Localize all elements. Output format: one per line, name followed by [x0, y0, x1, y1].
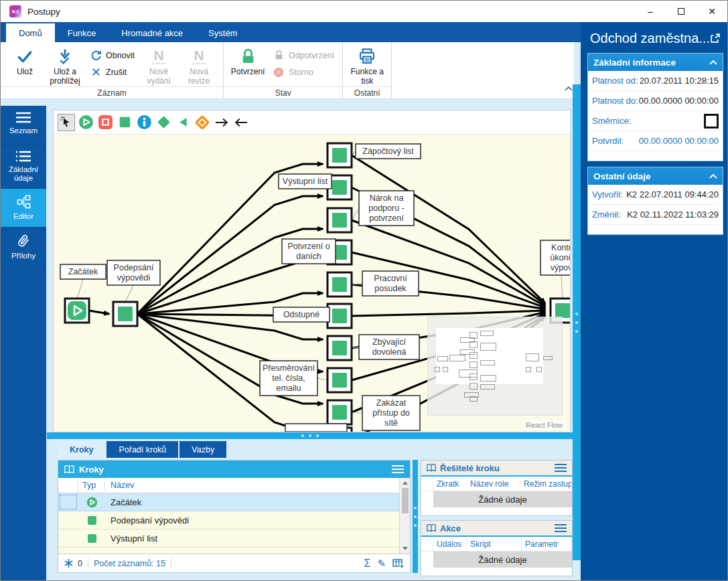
ribbon-button-funkce-a-tisk[interactable]: Funkce a tisk: [347, 45, 387, 86]
column-header-rezim-zastupi[interactable]: Režim zastupi: [520, 477, 572, 491]
flow-edge: [352, 311, 545, 316]
scroll-down-icon[interactable]: [403, 547, 408, 550]
sidebar-item-editor[interactable]: Editor: [1, 189, 46, 228]
flow-minimap[interactable]: [427, 317, 563, 416]
column-header-nazev-role[interactable]: Název role: [467, 477, 520, 491]
ribbon-tab-funkce[interactable]: Funkce: [55, 23, 109, 42]
table-row[interactable]: Začátek: [58, 493, 410, 511]
ribbon-button-potvrzeni[interactable]: Potvrzení: [228, 45, 268, 86]
sidebar-item-zakladni-udaje[interactable]: Základní údaje: [1, 145, 46, 189]
svg-text:Zápočtový list: Zápočtový list: [362, 147, 414, 156]
ribbon-tab-system[interactable]: Systém: [196, 23, 250, 42]
bottom-tab-vazby[interactable]: Vazby: [179, 441, 226, 458]
flow-node-m7[interactable]: [327, 336, 352, 360]
ribbon-tab-hromadne-akce[interactable]: Hromadné akce: [108, 23, 196, 42]
svg-text:Potvrzení o: Potvrzení o: [287, 242, 330, 251]
flow-label-m8: Přesměrovánítel. čísla,emailu: [260, 361, 317, 396]
k2-logo-icon: K2: [9, 5, 21, 17]
panel-splitter[interactable]: [573, 84, 581, 560]
flow-node-start[interactable]: [65, 299, 89, 323]
tool-stop-node[interactable]: [96, 114, 114, 131]
add-record-button[interactable]: [392, 558, 405, 569]
flow-node-m5[interactable]: [327, 272, 352, 297]
resitele-menu-button[interactable]: [554, 463, 567, 473]
chevron-up-icon[interactable]: [709, 174, 717, 179]
flow-label-m3: Nárok napodporu -potvrzení: [359, 191, 414, 226]
lock-green-icon: [239, 46, 257, 66]
ribbon-tab-domu[interactable]: Domů: [6, 23, 55, 42]
vertical-splitter[interactable]: [413, 460, 418, 573]
open-external-icon[interactable]: [709, 33, 721, 44]
column-header-skript[interactable]: Skript: [467, 537, 522, 551]
minimap-node: [480, 360, 495, 365]
table-row[interactable]: Výstupní list: [58, 529, 410, 548]
flow-node-m6[interactable]: [327, 304, 352, 328]
close-button[interactable]: ✕: [697, 1, 727, 22]
tool-step-node[interactable]: [116, 114, 133, 131]
flow-node-m9[interactable]: [327, 400, 352, 424]
edit-button[interactable]: ✎: [377, 558, 386, 570]
flow-canvas[interactable]: ZačátekPodepsánívýpovědiZápočtový listVý…: [54, 135, 570, 432]
minimize-button[interactable]: –: [635, 1, 666, 22]
ribbon-collapse-button[interactable]: [565, 86, 573, 91]
table-row[interactable]: Podepsání výpovědi: [58, 511, 410, 529]
kroky-panel-title: Kroky: [79, 465, 104, 475]
column-header-nazev[interactable]: Název: [105, 478, 410, 493]
column-header-zkratk[interactable]: Zkratk: [433, 477, 467, 491]
flow-label-m1: Zápočtový list: [356, 144, 421, 159]
ribbon-group-zaznam: UložUlož a prohlížejObnovitZrušitNNové v…: [1, 42, 224, 98]
tool-info-node[interactable]: [135, 114, 153, 131]
section-header: Ostatní údaje: [588, 167, 723, 185]
ribbon-group-ostatni: Funkce a tiskOstatní: [343, 42, 392, 98]
app-window: K2 Postupy – ✕ DomůFunkceHromadné akceSy…: [0, 0, 728, 581]
flow-node-m1[interactable]: [327, 143, 352, 167]
minimap-node: [443, 367, 448, 372]
storno-icon: [272, 66, 285, 79]
bottom-tab-poradi-kroku[interactable]: Pořadí kroků: [106, 441, 178, 458]
ribbon-button-label: Obnovit: [106, 51, 135, 60]
paperclip-icon: [17, 234, 29, 248]
svg-text:Podepsání: Podepsání: [114, 263, 154, 272]
tool-milestone-node[interactable]: [194, 114, 211, 131]
left-sidebar: SeznamZákladní údajeEditorPřílohy: [1, 106, 46, 581]
scroll-thumb[interactable]: [402, 488, 409, 513]
tool-pointer[interactable]: [58, 114, 75, 131]
svg-text:posudek: posudek: [374, 284, 407, 293]
ribbon-button-label: Storno: [289, 68, 313, 77]
tool-decision-node[interactable]: [155, 114, 172, 131]
kroky-menu-button[interactable]: [391, 465, 405, 474]
svg-text:Zakázat: Zakázat: [376, 398, 407, 408]
ribbon-button-obnovit[interactable]: Obnovit: [85, 47, 139, 64]
sum-button[interactable]: Σ: [364, 558, 371, 570]
bottom-tab-kroky[interactable]: Kroky: [58, 441, 105, 458]
horizontal-splitter[interactable]: [47, 432, 573, 439]
ribbon-button-uloz[interactable]: Ulož: [5, 45, 45, 86]
field-smernice: Směrnice:: [592, 111, 719, 131]
chevron-up-icon[interactable]: [709, 60, 717, 65]
maximize-button[interactable]: [666, 1, 697, 22]
sidebar-item-seznam[interactable]: Seznam: [1, 106, 46, 145]
hierarchy-icon: [17, 195, 31, 209]
akce-menu-button[interactable]: [554, 523, 567, 533]
tool-arrow-left[interactable]: [232, 114, 250, 131]
flow-node-m3[interactable]: [327, 208, 352, 232]
tool-prev-node[interactable]: [174, 114, 192, 131]
flow-node-n2[interactable]: [113, 302, 137, 326]
flow-label-m9: Zakázatpřístup dosítě: [362, 396, 420, 430]
sidebar-item-label: Seznam: [9, 127, 38, 135]
smernice-checkbox[interactable]: [704, 114, 719, 129]
check-icon: [16, 46, 33, 66]
ribbon-button-zrusit[interactable]: Zrušit: [85, 64, 139, 80]
ribbon-group-label: Stav: [224, 86, 342, 98]
ribbon-button-uloz-a-prohlizej[interactable]: Ulož a prohlížej: [45, 45, 85, 86]
flow-node-m8[interactable]: [327, 368, 352, 392]
tool-arrow-right[interactable]: [213, 114, 230, 131]
tool-start-node[interactable]: [77, 114, 94, 131]
sidebar-item-prilohy[interactable]: Přílohy: [1, 228, 46, 266]
flow-label-start: Začátek: [60, 264, 106, 279]
column-header-typ[interactable]: Typ: [78, 478, 105, 493]
column-header-udalos[interactable]: Událos: [433, 537, 467, 551]
scroll-up-icon[interactable]: [403, 481, 408, 485]
column-header-parametr[interactable]: Parametr: [522, 537, 572, 551]
kroky-scrollbar[interactable]: [399, 478, 410, 554]
